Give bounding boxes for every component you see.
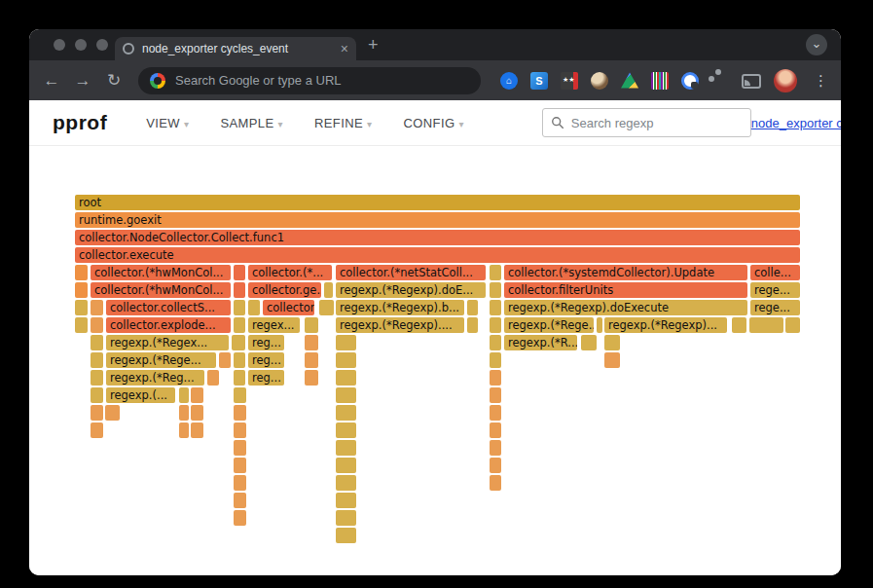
flame-box[interactable] (336, 475, 356, 491)
flame-box[interactable] (490, 335, 501, 350)
flame-box[interactable] (191, 387, 203, 403)
flame-box[interactable] (75, 265, 88, 280)
flame-box[interactable] (336, 510, 356, 526)
menu-config[interactable]: CONFIG▾ (403, 116, 463, 130)
flame-box[interactable] (336, 458, 356, 473)
flame-box[interactable]: collector.ge... (248, 282, 321, 298)
flame-box[interactable] (91, 352, 103, 368)
flame-box[interactable] (91, 387, 103, 403)
flame-box[interactable]: collector.(*hwMonCol... (91, 282, 231, 298)
flame-box[interactable] (91, 317, 103, 333)
address-bar[interactable]: Search Google or type a URL (138, 67, 481, 94)
flame-box[interactable] (336, 440, 356, 456)
browser-tab[interactable]: node_exporter cycles_event × (115, 37, 356, 60)
traffic-light-close[interactable] (54, 39, 65, 51)
flame-box[interactable] (305, 352, 318, 368)
flame-box[interactable] (179, 387, 189, 403)
flame-box[interactable] (749, 317, 783, 333)
flame-box[interactable]: regexp.(*R... (504, 335, 577, 350)
flame-box[interactable] (234, 265, 245, 280)
barcode-extension-icon[interactable] (651, 72, 669, 90)
flame-box[interactable] (234, 475, 246, 491)
flame-box[interactable] (336, 352, 356, 368)
cast-icon[interactable] (742, 74, 761, 89)
flame-box[interactable]: collector.(*... (248, 265, 332, 280)
flame-box[interactable]: collector.(*netStatColl... (336, 265, 486, 280)
new-tab-button[interactable]: + (368, 35, 379, 55)
flame-box[interactable]: collector.NodeCollector.Collect.func1 (75, 230, 800, 245)
flame-box[interactable] (105, 405, 120, 421)
flame-box[interactable] (234, 405, 246, 421)
s-extension-icon[interactable]: S (530, 72, 548, 90)
browser-dropdown-button[interactable]: ⌄ (806, 34, 827, 55)
flame-box[interactable] (219, 352, 231, 368)
flame-box[interactable] (248, 300, 260, 315)
flame-box[interactable]: rege... (750, 282, 800, 298)
flame-box[interactable] (490, 423, 501, 438)
flame-box[interactable] (732, 317, 746, 333)
flame-box[interactable] (490, 282, 501, 298)
flame-box[interactable] (234, 458, 246, 473)
flame-box[interactable] (336, 335, 356, 350)
badger-extension-icon[interactable] (591, 72, 608, 90)
flame-box[interactable]: regexp.(*Regexp)... (604, 317, 727, 333)
flame-box[interactable] (234, 282, 245, 298)
forward-icon[interactable]: → (72, 71, 93, 91)
bank-extension-icon[interactable]: ⌂ (500, 72, 518, 90)
drive-extension-icon[interactable] (621, 72, 638, 90)
flame-box[interactable] (490, 265, 501, 280)
flame-box[interactable] (91, 370, 103, 386)
flame-box[interactable]: regexp.(*Regexp).... (336, 317, 464, 333)
flame-box[interactable] (91, 405, 103, 421)
flame-box[interactable] (234, 440, 246, 456)
flame-box[interactable] (234, 370, 245, 386)
flame-box[interactable]: root (75, 195, 800, 210)
flame-box[interactable] (234, 493, 246, 508)
flame-box[interactable]: reg... (248, 352, 284, 368)
flame-box[interactable]: collector.collectS... (106, 300, 231, 315)
flame-box[interactable] (490, 370, 501, 386)
flame-box[interactable]: reg... (248, 335, 284, 350)
flame-box[interactable] (179, 405, 189, 421)
flame-box[interactable] (305, 335, 318, 350)
flame-box[interactable] (467, 317, 478, 333)
flame-box[interactable] (490, 405, 501, 421)
flame-box[interactable] (234, 300, 245, 315)
flame-box[interactable] (581, 335, 597, 350)
flame-box[interactable] (207, 370, 219, 386)
flame-box[interactable]: regexp.(*Reg... (106, 370, 204, 386)
flame-box[interactable] (336, 370, 356, 386)
flame-box[interactable] (234, 510, 246, 526)
flame-box[interactable] (324, 282, 333, 298)
reload-icon[interactable]: ↻ (103, 70, 125, 91)
tab-close-icon[interactable]: × (341, 42, 348, 55)
flame-box[interactable] (336, 423, 356, 438)
traffic-light-minimize[interactable] (75, 39, 87, 51)
flame-box[interactable] (604, 352, 620, 368)
flame-box[interactable] (91, 300, 103, 315)
flame-box[interactable] (336, 387, 356, 403)
back-icon[interactable]: ← (41, 71, 62, 91)
flame-box[interactable]: rege... (750, 300, 800, 315)
flame-box[interactable] (490, 352, 501, 368)
flame-box[interactable] (234, 387, 246, 403)
flame-box[interactable] (467, 300, 478, 315)
flame-box[interactable] (785, 317, 800, 333)
profile-avatar[interactable] (774, 69, 797, 92)
menu-sample[interactable]: SAMPLE▾ (220, 116, 283, 130)
flame-box[interactable]: runtime.goexit (75, 212, 800, 228)
flame-box[interactable]: regex... (248, 317, 300, 333)
flame-box[interactable] (232, 335, 245, 350)
flame-box[interactable]: regexp.(*Regex... (106, 335, 229, 350)
flame-box[interactable]: regexp.(*Regexp).b... (336, 300, 464, 315)
flame-box[interactable]: collector.explode... (106, 317, 231, 333)
flame-box[interactable] (75, 317, 88, 333)
flame-box[interactable] (490, 387, 501, 403)
flame-box[interactable] (490, 317, 501, 333)
flame-box[interactable]: regexp.(... (106, 387, 175, 403)
flame-box[interactable] (319, 300, 334, 315)
flame-box[interactable] (490, 440, 501, 456)
flame-box[interactable] (191, 423, 203, 438)
flame-box[interactable] (597, 317, 602, 333)
flame-box[interactable] (490, 475, 501, 491)
